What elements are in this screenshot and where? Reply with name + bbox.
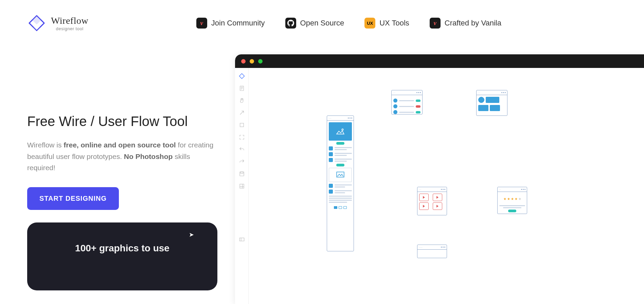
svg-rect-4 xyxy=(240,123,244,127)
tool-logo-icon[interactable] xyxy=(238,73,245,79)
nav-label: Join Community xyxy=(211,19,265,28)
wireframe-titlebar: ···· xyxy=(498,187,527,192)
tool-redo-icon[interactable] xyxy=(238,158,245,165)
window-titlebar xyxy=(235,54,644,68)
hero-text-fragment: Wireflow is xyxy=(27,141,64,149)
svg-point-17 xyxy=(342,129,343,130)
wireframe-titlebar: ····· xyxy=(477,90,507,95)
nav-label: Open Source xyxy=(300,19,344,28)
nav-open-source[interactable]: Open Source xyxy=(285,18,344,29)
star-rating: ★★★★★ xyxy=(499,194,525,204)
wireframe-card[interactable]: ····· xyxy=(417,187,447,215)
traffic-close-icon xyxy=(241,59,246,64)
logo-text: Wireflow designer tool xyxy=(51,15,88,31)
nav-label: Crafted by Vanila xyxy=(445,19,501,28)
wireframe-card[interactable]: ····· xyxy=(391,90,423,114)
logo-title: Wireflow xyxy=(51,15,88,26)
svg-rect-7 xyxy=(240,184,244,188)
hero-description: Wireflow is free, online and open source… xyxy=(27,139,217,174)
tool-save-icon[interactable] xyxy=(238,171,245,177)
feature-title: 100+ graphics to use xyxy=(44,243,200,254)
hero-text-bold: free, online and open source tool xyxy=(64,141,176,149)
feature-card: 100+ graphics to use xyxy=(27,222,217,290)
tool-panel-icon[interactable] xyxy=(238,236,245,243)
nav-label: UX Tools xyxy=(379,19,409,28)
wireframe-card[interactable]: ···· ★★★★★ xyxy=(497,187,527,214)
vanila-icon: v xyxy=(196,18,207,29)
nav-crafted-by-vanila[interactable]: v Crafted by Vanila xyxy=(430,18,501,29)
canvas[interactable]: ······ xyxy=(235,68,644,304)
nav-ux-tools[interactable]: UX UX Tools xyxy=(364,18,409,29)
tool-frame-icon[interactable] xyxy=(238,122,245,128)
main-nav: v Join Community Open Source UX UX Tools… xyxy=(196,18,501,29)
wireflow-logo-icon xyxy=(27,14,46,33)
wireframe-titlebar: ········ xyxy=(417,245,447,250)
tool-hand-icon[interactable] xyxy=(238,97,245,104)
wireframe-titlebar: ······ xyxy=(327,116,354,121)
svg-rect-10 xyxy=(239,238,244,241)
tool-undo-icon[interactable] xyxy=(238,146,245,153)
connector-lines xyxy=(249,68,351,119)
start-designing-button[interactable]: START DESIGNING xyxy=(27,187,119,210)
wireframe-card[interactable]: ········ xyxy=(417,245,447,258)
nav-join-community[interactable]: v Join Community xyxy=(196,18,265,29)
svg-rect-0 xyxy=(240,86,244,91)
tool-grid-icon[interactable] xyxy=(238,183,245,190)
tool-arrow-icon[interactable] xyxy=(238,109,245,116)
header: Wireflow designer tool v Join Community … xyxy=(0,0,644,33)
logo[interactable]: Wireflow designer tool xyxy=(27,14,88,33)
tool-sidebar xyxy=(235,68,249,304)
vanila-icon: v xyxy=(430,18,441,29)
wireframe-titlebar: ····· xyxy=(392,90,422,95)
wireframe-titlebar: ····· xyxy=(417,187,447,192)
hero-text-bold: No Photoshop xyxy=(124,153,173,160)
github-icon xyxy=(285,18,296,29)
traffic-minimize-icon xyxy=(250,59,254,64)
wireframe-hero-block xyxy=(329,122,352,141)
app-preview-window: ······ xyxy=(235,54,644,304)
tool-fullscreen-icon[interactable] xyxy=(238,134,245,141)
logo-subtitle: designer tool xyxy=(51,26,88,31)
hero-title: Free Wire / User Flow Tool xyxy=(27,114,217,129)
tool-page-icon[interactable] xyxy=(238,85,245,92)
hero-section: Free Wire / User Flow Tool Wireflow is f… xyxy=(27,114,217,210)
traffic-maximize-icon xyxy=(258,59,263,64)
wireframe-card[interactable]: ······ xyxy=(327,115,354,251)
ux-icon: UX xyxy=(364,18,375,29)
wireframe-card[interactable]: ····· xyxy=(476,90,507,116)
svg-rect-6 xyxy=(240,172,243,174)
